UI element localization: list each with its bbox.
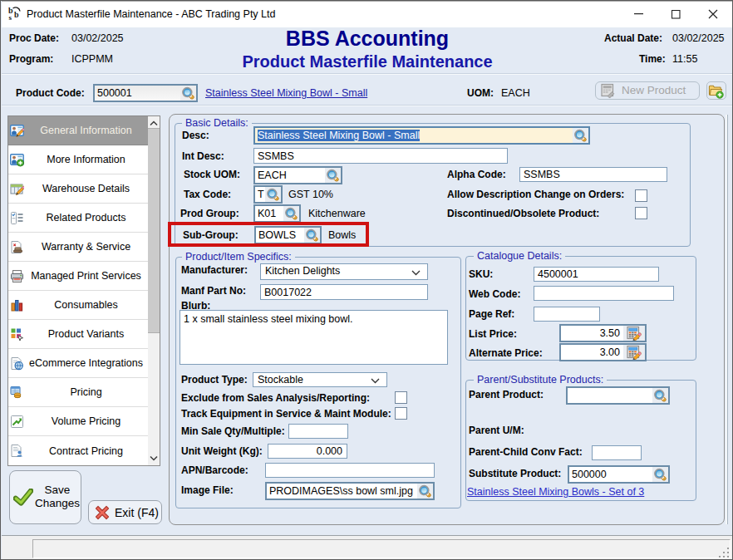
svg-text:b: b bbox=[14, 10, 19, 19]
svg-text:s: s bbox=[9, 13, 12, 22]
